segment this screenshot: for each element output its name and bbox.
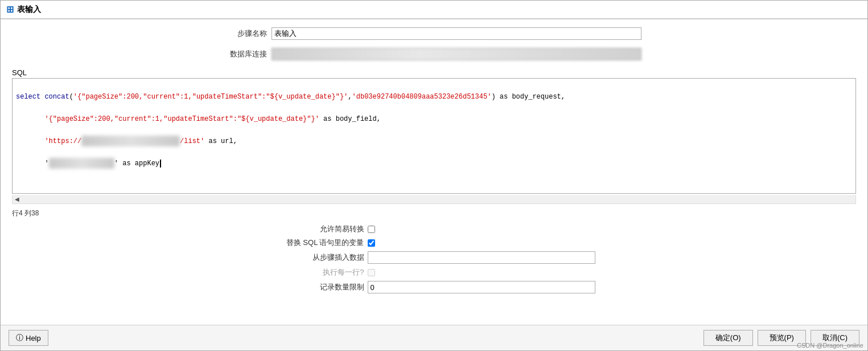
sql-label: SQL [12, 68, 856, 77]
allow-simple-convert-label: 允许简易转换 [273, 224, 364, 234]
allow-simple-convert-checkbox[interactable] [368, 226, 375, 233]
allow-simple-convert-wrapper [368, 226, 595, 233]
help-icon: ⓘ [16, 333, 23, 343]
record-limit-wrapper [368, 281, 595, 293]
window-icon: ⊞ [6, 4, 14, 15]
scroll-left-btn[interactable]: ◀ [14, 196, 20, 202]
record-limit-label: 记录数量限制 [273, 282, 364, 292]
window-title: 表输入 [17, 5, 41, 15]
execute-each-row-row: 执行每一行? [12, 267, 856, 277]
insert-from-step-input[interactable] [368, 251, 595, 264]
step-name-label: 步骤名称 [227, 28, 267, 39]
sql-editor[interactable]: select concat('{"pageSize":200,"current"… [12, 78, 856, 194]
confirm-button[interactable]: 确定(O) [704, 330, 753, 346]
db-conn-label: 数据库连接 [227, 49, 267, 59]
step-name-input[interactable] [271, 27, 641, 40]
allow-simple-convert-row: 允许简易转换 [12, 224, 856, 234]
options-section: 允许简易转换 替换 SQL 语句里的变量 从步骤插入数据 [12, 224, 856, 293]
record-limit-row: 记录数量限制 [12, 281, 856, 293]
record-limit-input[interactable] [368, 281, 595, 293]
position-info: 行4 列38 [12, 209, 856, 218]
execute-each-row-wrapper [368, 269, 595, 276]
help-label: Help [26, 334, 41, 342]
content-area: 步骤名称 数据库连接 SQL select concat('{"pageSize… [1, 19, 867, 325]
db-conn-input[interactable] [271, 48, 641, 60]
step-name-row: 步骤名称 [12, 27, 856, 40]
replace-sql-vars-checkbox[interactable] [368, 239, 375, 247]
sql-section: SQL select concat('{"pageSize":200,"curr… [12, 68, 856, 204]
execute-each-row-checkbox[interactable] [368, 269, 375, 276]
watermark: CSDN @Dragon_online [797, 342, 863, 349]
insert-from-step-row: 从步骤插入数据 [12, 251, 856, 264]
insert-from-step-wrapper [368, 251, 595, 264]
replace-sql-vars-row: 替换 SQL 语句里的变量 [12, 238, 856, 248]
execute-each-row-label: 执行每一行? [273, 267, 364, 277]
horizontal-scrollbar[interactable]: ◀ [12, 195, 856, 204]
replace-sql-vars-wrapper [368, 239, 595, 247]
db-conn-row: 数据库连接 [12, 48, 856, 60]
title-bar: ⊞ 表输入 [1, 1, 867, 19]
insert-from-step-label: 从步骤插入数据 [273, 252, 364, 263]
replace-sql-vars-label: 替换 SQL 语句里的变量 [273, 238, 364, 248]
bottom-bar: ⓘ Help 确定(O) 预览(P) 取消(C) [1, 325, 867, 350]
help-button[interactable]: ⓘ Help [9, 330, 48, 346]
